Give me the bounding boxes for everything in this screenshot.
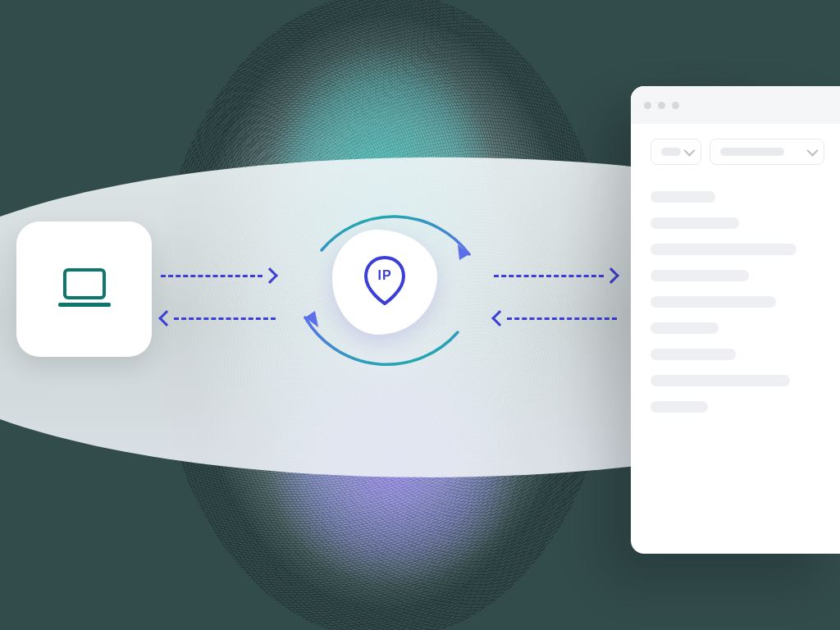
laptop-icon <box>55 265 114 314</box>
filter-dropdown-small <box>651 139 701 165</box>
skeleton-line <box>651 191 715 203</box>
chevron-down-icon <box>806 145 818 157</box>
flow-target-to-proxy <box>494 304 617 333</box>
skeleton-line <box>651 296 776 308</box>
ip-pin-icon: IP <box>362 254 408 310</box>
filter-dropdown-large <box>710 139 824 165</box>
window-dot-icon <box>644 102 651 109</box>
skeleton-line <box>651 217 739 229</box>
window-dot-icon <box>672 102 679 109</box>
svg-marker-3 <box>305 311 318 327</box>
skeleton-line <box>651 244 797 255</box>
ip-label: IP <box>377 268 391 282</box>
flow-client-to-proxy <box>161 261 276 290</box>
svg-marker-2 <box>458 244 469 260</box>
skeleton-line <box>651 401 708 413</box>
svg-rect-1 <box>58 303 111 307</box>
browser-skeleton-list <box>631 170 840 413</box>
browser-filters-row <box>631 124 840 170</box>
skeleton-line <box>651 270 749 281</box>
chevron-down-icon <box>683 145 695 157</box>
target-browser-window <box>631 86 840 554</box>
placeholder-pill <box>720 148 784 156</box>
browser-titlebar <box>631 86 840 124</box>
client-laptop-card <box>16 221 152 357</box>
skeleton-line <box>651 349 736 360</box>
proxy-node: IP <box>271 135 500 431</box>
placeholder-pill <box>661 148 681 156</box>
flow-proxy-to-client <box>161 304 276 333</box>
skeleton-line <box>651 375 790 386</box>
svg-rect-0 <box>65 270 104 298</box>
flow-proxy-to-target <box>494 261 617 290</box>
ip-badge: IP <box>332 230 437 335</box>
window-dot-icon <box>658 102 665 109</box>
skeleton-line <box>651 322 719 334</box>
rotation-arrows-icon <box>271 135 500 431</box>
